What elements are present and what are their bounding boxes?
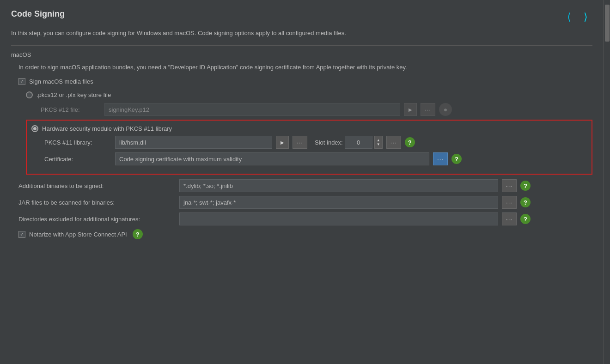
pkcs11-label: PKCS #11 library: <box>44 139 111 146</box>
certificate-input[interactable] <box>115 152 429 165</box>
next-arrow-icon: ⟩ <box>584 11 588 23</box>
slot-group: Slot index: ▲ ▼ <box>311 136 383 149</box>
dirs-excluded-help[interactable]: ? <box>520 214 531 224</box>
certificate-row: Certificate: ··· ? <box>44 152 587 165</box>
additional-binaries-label: Additional binaries to be signed: <box>18 182 176 189</box>
additional-binaries-input[interactable] <box>179 179 498 192</box>
sign-macos-row: Sign macOS media files <box>18 78 592 85</box>
hsm-radio-label: Hardware security module with PKCS #11 l… <box>42 125 172 132</box>
sign-macos-checkbox[interactable] <box>18 78 25 85</box>
pkcs11-play-button[interactable]: ▶ <box>276 136 289 149</box>
jar-files-row: JAR files to be scanned for binaries: ··… <box>18 196 592 209</box>
notarize-help-icon: ? <box>136 231 140 238</box>
dirs-excluded-input[interactable] <box>179 212 498 225</box>
spin-down-icon: ▼ <box>377 143 380 146</box>
header-row: Code Signing ⟨ ⟩ <box>11 9 592 24</box>
macos-sub-description: In order to sign macOS application bundl… <box>18 63 541 72</box>
additional-binaries-row: Additional binaries to be signed: ··· ? <box>18 179 592 192</box>
hsm-highlighted-section: Hardware security module with PKCS #11 l… <box>26 120 592 175</box>
pkcs12-section: .pkcs12 or .pfx key store file PKCS #12 … <box>18 91 592 116</box>
pkcs12-radio[interactable] <box>26 91 33 98</box>
dirs-excluded-dots[interactable]: ··· <box>502 212 517 225</box>
notarize-label: Notarize with App Store Connect API <box>29 231 127 238</box>
dirs-excluded-label: Directories excluded for additional sign… <box>18 216 176 223</box>
pkcs11-help-icon: ? <box>408 139 412 146</box>
jar-files-help[interactable]: ? <box>520 197 531 207</box>
notarize-row: Notarize with App Store Connect API ? <box>18 229 592 239</box>
additional-binaries-help-icon: ? <box>524 182 527 189</box>
slot-input[interactable] <box>345 136 372 149</box>
pkcs11-help-button[interactable]: ? <box>405 137 415 147</box>
main-container: Code Signing ⟨ ⟩ In this step, you can c… <box>0 0 610 364</box>
certificate-help-icon: ? <box>455 156 458 163</box>
certificate-help-button[interactable]: ? <box>451 154 462 164</box>
jar-files-help-icon: ? <box>524 199 527 206</box>
macos-section-content: In order to sign macOS application bundl… <box>11 63 592 240</box>
pkcs11-dots-button[interactable]: ··· <box>293 136 307 149</box>
hsm-radio[interactable] <box>31 125 38 132</box>
next-button[interactable]: ⟩ <box>579 10 592 24</box>
jar-files-input[interactable] <box>179 196 498 209</box>
slot-spinner[interactable]: ▲ ▼ <box>374 136 383 149</box>
section-divider-top <box>11 45 592 46</box>
slot-label: Slot index: <box>315 139 343 146</box>
notarize-help[interactable]: ? <box>133 229 143 239</box>
content-area: Code Signing ⟨ ⟩ In this step, you can c… <box>0 0 604 364</box>
jar-files-dots[interactable]: ··· <box>502 196 517 209</box>
notarize-checkbox[interactable] <box>18 231 25 238</box>
play-icon: ▶ <box>409 107 412 112</box>
pkcs12-file-row: PKCS #12 file: ▶ ··· ● <box>26 103 592 116</box>
sign-macos-label: Sign macOS media files <box>29 78 93 85</box>
slot-dots-button[interactable]: ··· <box>386 136 401 149</box>
pkcs12-file-input[interactable] <box>104 103 400 116</box>
pkcs12-clear-button[interactable]: ● <box>439 103 452 116</box>
hsm-form-rows: PKCS #11 library: ▶ ··· Slot index: ▲ <box>31 136 587 165</box>
scrollbar[interactable] <box>604 0 610 364</box>
additional-binaries-dots[interactable]: ··· <box>502 179 517 192</box>
dirs-excluded-row: Directories excluded for additional sign… <box>18 212 592 225</box>
scrollbar-thumb[interactable] <box>605 5 610 42</box>
dirs-excluded-help-icon: ? <box>524 216 527 223</box>
additional-binaries-help[interactable]: ? <box>520 181 531 191</box>
prev-arrow-icon: ⟨ <box>567 11 571 23</box>
jar-files-label: JAR files to be scanned for binaries: <box>18 199 176 206</box>
certificate-dots-button[interactable]: ··· <box>433 152 448 165</box>
certificate-label: Certificate: <box>44 156 111 163</box>
pkcs12-file-label: PKCS #12 file: <box>41 106 101 113</box>
pkcs12-radio-label: .pkcs12 or .pfx key store file <box>37 91 111 98</box>
hsm-radio-row: Hardware security module with PKCS #11 l… <box>31 125 587 132</box>
nav-arrows: ⟨ ⟩ <box>562 10 592 24</box>
macos-section-label: macOS <box>11 51 592 58</box>
page-title: Code Signing <box>11 9 65 19</box>
prev-button[interactable]: ⟨ <box>562 10 576 24</box>
page-description: In this step, you can configure code sig… <box>11 29 538 38</box>
pkcs12-radio-row: .pkcs12 or .pfx key store file <box>26 91 592 98</box>
pkcs12-play-button[interactable]: ▶ <box>404 103 417 116</box>
pkcs11-play-icon: ▶ <box>281 140 284 145</box>
hsm-outer: Hardware security module with PKCS #11 l… <box>18 120 592 175</box>
pkcs12-dots-button[interactable]: ··· <box>421 103 435 116</box>
spin-up-icon: ▲ <box>377 139 380 142</box>
pkcs11-library-row: PKCS #11 library: ▶ ··· Slot index: ▲ <box>44 136 587 149</box>
pkcs11-library-input[interactable] <box>115 136 272 149</box>
